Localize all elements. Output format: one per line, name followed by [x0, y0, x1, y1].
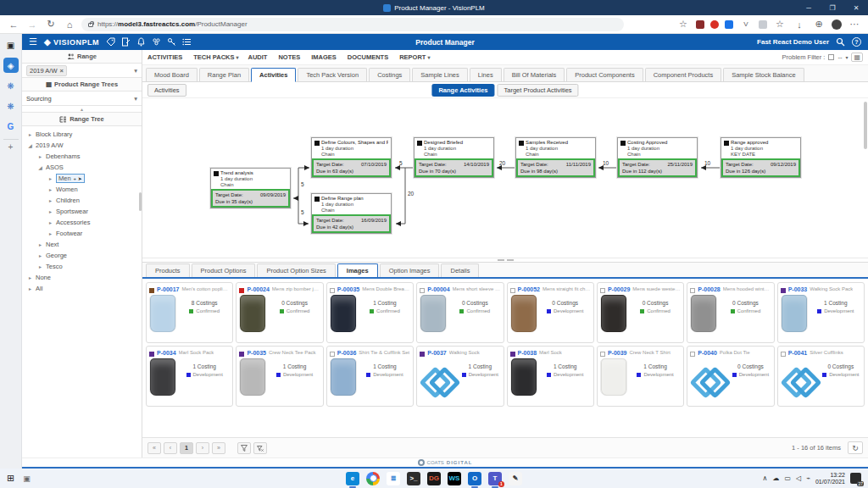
activity-node[interactable]: Designed Briefed 1 day duration Chain Ta…: [414, 137, 494, 178]
extension-v-icon[interactable]: V: [739, 20, 753, 28]
taskbar-clock[interactable]: 13:22 01/07/2021: [815, 472, 845, 485]
main-tab[interactable]: Product Components: [566, 68, 643, 81]
range-chip[interactable]: 2019 A/W ×: [26, 65, 67, 76]
pager-page-button[interactable]: 1: [180, 442, 193, 454]
tree-item[interactable]: ▸ Sportswear: [22, 206, 142, 217]
list-icon[interactable]: [182, 37, 192, 47]
activity-node[interactable]: Samples Received 1 day duration Chain Ta…: [515, 137, 596, 178]
product-card[interactable]: P-0040 Polka Dot Tie: [687, 346, 774, 407]
range-panel-header[interactable]: Range: [22, 50, 142, 64]
product-image[interactable]: [239, 295, 266, 332]
main-tab[interactable]: Bill Of Materials: [504, 68, 565, 81]
tree-item[interactable]: ◢ ASOS: [22, 162, 142, 173]
tree-expander-icon[interactable]: ▸: [47, 219, 53, 225]
product-card[interactable]: P-00028 Mens hooded winter coat: [687, 282, 774, 343]
tree-item-actions[interactable]: + ➤: [74, 175, 82, 181]
product-checkbox[interactable]: [781, 352, 786, 357]
sidebar-scrollbar[interactable]: [139, 192, 142, 211]
refresh-icon[interactable]: ↻: [848, 441, 863, 454]
key-icon[interactable]: [167, 37, 176, 47]
product-image[interactable]: [600, 295, 627, 332]
product-image[interactable]: [149, 358, 176, 396]
product-code-link[interactable]: P-00028: [698, 286, 720, 292]
help-icon[interactable]: ?: [852, 37, 861, 47]
flowchart-scrollbar[interactable]: [864, 102, 867, 149]
product-code-link[interactable]: P-0035: [247, 350, 266, 356]
home-icon[interactable]: ⌂: [63, 19, 76, 30]
window-maximize-button[interactable]: ❐: [821, 0, 844, 15]
product-code-link[interactable]: P-00052: [518, 286, 540, 292]
product-checkbox[interactable]: [690, 288, 695, 293]
extension-gray-icon[interactable]: [759, 20, 767, 29]
grid-view-icon[interactable]: ▦: [851, 53, 863, 62]
tree-item[interactable]: ▸ None: [22, 272, 142, 283]
product-tab[interactable]: Product Option Sizes: [257, 263, 335, 277]
refresh-icon[interactable]: ↻: [44, 19, 58, 30]
product-code-link[interactable]: P-0037: [427, 350, 447, 356]
product-image[interactable]: [510, 358, 537, 396]
tree-expander-icon[interactable]: ▸: [37, 153, 43, 159]
main-tab[interactable]: Mood Board: [146, 68, 198, 81]
product-code-link[interactable]: P-00024: [247, 286, 269, 292]
main-tab[interactable]: Component Products: [645, 68, 721, 81]
product-card[interactable]: P-0037 Walking Sock: [416, 346, 504, 407]
taskbar-app-icon[interactable]: WS: [448, 472, 461, 485]
product-code-link[interactable]: P-00004: [427, 286, 449, 292]
product-image[interactable]: [781, 295, 808, 332]
product-image[interactable]: [239, 358, 266, 396]
chevron-down-icon[interactable]: ▾: [845, 54, 848, 60]
notification-center-icon[interactable]: 27: [850, 473, 861, 484]
product-image[interactable]: [690, 358, 727, 402]
onedrive-cloud-icon[interactable]: ☁: [772, 474, 779, 482]
product-image[interactable]: [690, 295, 717, 332]
downloads-icon[interactable]: ↓: [793, 19, 806, 30]
main-tab[interactable]: Costings: [369, 68, 410, 81]
edge-sidebar-icon[interactable]: ▣: [3, 37, 19, 53]
product-code-link[interactable]: P-0039: [608, 350, 627, 356]
user-name[interactable]: Fast React Demo User: [757, 38, 829, 46]
product-card[interactable]: P-00052 Mens straight fit chinos: [507, 282, 594, 343]
clear-filter-icon[interactable]: [253, 442, 267, 454]
taskbar-app-icon[interactable]: e: [346, 472, 359, 485]
tree-item[interactable]: ▸ Children: [22, 195, 142, 206]
tree-expander-icon[interactable]: ▸: [27, 131, 33, 137]
product-checkbox[interactable]: [690, 352, 695, 357]
tree-item[interactable]: ▸ Footwear: [22, 228, 142, 239]
edge-sidebar-icon[interactable]: ❋: [3, 98, 19, 114]
product-checkbox[interactable]: [330, 352, 335, 357]
usb-icon[interactable]: ⌁: [806, 474, 810, 482]
product-range-trees-header[interactable]: ▦ Product Range Trees: [22, 78, 142, 92]
tree-item[interactable]: ▸ Men+ ➤: [22, 173, 142, 184]
menu-item[interactable]: DOCUMENTS: [348, 53, 390, 61]
activities-button[interactable]: Activities: [147, 84, 186, 97]
product-card[interactable]: P-00004 Mens short sleeve twill s...: [416, 282, 504, 343]
main-tab[interactable]: Activities: [251, 68, 296, 82]
tree-item[interactable]: ▸ Next: [22, 239, 142, 250]
tree-expander-icon[interactable]: ▸: [37, 241, 43, 247]
tree-expander-icon[interactable]: ▸: [47, 197, 53, 203]
product-checkbox[interactable]: [420, 288, 425, 293]
activity-node[interactable]: Define Range plan 1 day duration Chain T…: [311, 193, 392, 234]
menu-item[interactable]: ACTIVITIES: [147, 53, 184, 61]
range-tree-select[interactable]: Sourcing ▾: [22, 92, 142, 106]
product-tab[interactable]: Details: [441, 263, 479, 277]
range-filter-row[interactable]: 2019 A/W × ▾: [22, 64, 142, 78]
task-view-icon[interactable]: ▣: [23, 474, 31, 483]
main-tab[interactable]: Sample Stock Balance: [723, 68, 804, 81]
panel-collapse-handle[interactable]: ▴: [22, 106, 142, 113]
product-image[interactable]: [149, 295, 176, 332]
chip-close-icon[interactable]: ×: [60, 67, 64, 75]
product-checkbox[interactable]: [600, 352, 605, 357]
search-icon[interactable]: [836, 37, 845, 47]
activity-node[interactable]: Trend analysis 1 day duration Chain Targ…: [210, 168, 291, 208]
menu-item[interactable]: TECH PACKS▾: [193, 53, 238, 61]
product-tab[interactable]: Images: [337, 263, 378, 277]
edge-sidebar-icon[interactable]: +: [3, 139, 19, 154]
favorite-star-icon[interactable]: ☆: [676, 19, 690, 30]
tree-expander-icon[interactable]: ▸: [47, 230, 53, 236]
product-code-link[interactable]: P-00017: [157, 286, 179, 292]
edge-sidebar-icon[interactable]: ◈: [3, 58, 19, 73]
pager-last-button[interactable]: »: [212, 442, 225, 454]
url-bar[interactable]: https://model3.fastreactcs.com/ProductMa…: [81, 18, 624, 31]
extension-red-icon[interactable]: [710, 20, 719, 29]
